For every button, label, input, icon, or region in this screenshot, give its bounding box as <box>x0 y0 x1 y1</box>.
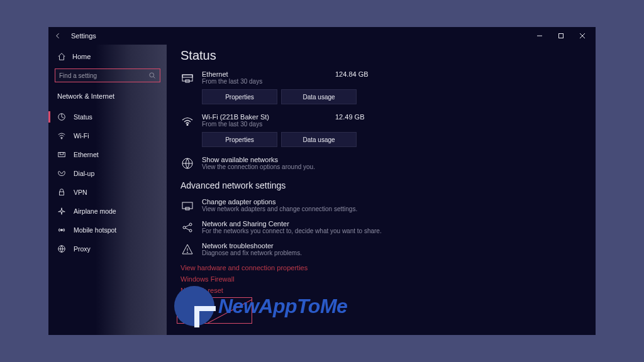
svg-point-14 <box>187 124 188 126</box>
search-icon <box>148 72 156 79</box>
link-network-reset[interactable]: Network reset <box>180 287 582 294</box>
link-hardware-properties[interactable]: View hardware and connection properties <box>180 264 582 272</box>
item-title: Change adapter options <box>202 198 357 206</box>
svg-point-2 <box>150 73 154 77</box>
adapter-icon <box>180 199 194 212</box>
sharing-icon <box>180 221 194 234</box>
svg-point-19 <box>189 223 192 226</box>
networks-icon <box>180 156 194 170</box>
window-title: Settings <box>71 32 96 40</box>
close-button[interactable] <box>572 27 593 45</box>
airplane-icon <box>57 207 66 216</box>
svg-rect-1 <box>559 34 564 38</box>
sidebar-item-label: Ethernet <box>74 151 99 158</box>
item-title: Show available networks <box>202 156 315 163</box>
sidebar-item-label: Status <box>74 113 92 121</box>
item-sub: Diagnose and fix network problems. <box>202 250 302 256</box>
svg-point-9 <box>61 229 63 231</box>
settings-window: Settings Home <box>48 27 596 335</box>
properties-button[interactable]: Properties <box>202 132 277 147</box>
svg-point-22 <box>187 252 187 253</box>
svg-point-18 <box>183 226 186 229</box>
vpn-icon <box>57 188 66 197</box>
sidebar: Home Network & Internet Status <box>48 45 167 335</box>
item-sub: View network adapters and change connect… <box>202 206 357 212</box>
main-content: Status Ethernet From the last 30 days 12… <box>167 45 596 335</box>
network-sharing-center[interactable]: Network and Sharing Center For the netwo… <box>180 220 582 234</box>
sidebar-home[interactable]: Home <box>48 48 167 65</box>
sidebar-item-ethernet[interactable]: Ethernet <box>48 145 167 164</box>
ethernet-icon <box>180 72 194 85</box>
connection-sub: From the last 30 days <box>202 121 328 128</box>
data-usage-button[interactable]: Data usage <box>281 132 357 147</box>
connection-value: 12.49 GB <box>335 113 364 121</box>
maximize-button[interactable] <box>550 27 572 45</box>
svg-line-3 <box>153 77 155 79</box>
search-input-wrap[interactable] <box>55 69 160 82</box>
sidebar-item-dialup[interactable]: Dial-up <box>48 164 167 183</box>
link-windows-firewall[interactable]: Windows Firewall <box>180 275 582 283</box>
sidebar-item-label: Airplane mode <box>74 207 116 215</box>
item-sub: View the connection options around you. <box>202 163 315 170</box>
connection-row: Wi-Fi (221B Baker St) From the last 30 d… <box>180 113 582 128</box>
properties-button[interactable]: Properties <box>202 89 277 104</box>
network-troubleshooter[interactable]: Network troubleshooter Diagnose and fix … <box>180 242 582 256</box>
ethernet-icon <box>57 150 66 159</box>
advanced-heading: Advanced network settings <box>180 180 582 190</box>
troubleshooter-icon <box>180 243 194 256</box>
sidebar-item-vpn[interactable]: VPN <box>48 183 167 202</box>
proxy-icon <box>57 244 66 253</box>
wifi-icon <box>57 131 66 140</box>
sidebar-item-status[interactable]: Status <box>48 107 167 126</box>
svg-point-5 <box>61 138 62 139</box>
sidebar-item-label: Proxy <box>74 245 91 253</box>
sidebar-item-airplane[interactable]: Airplane mode <box>48 202 167 221</box>
back-button[interactable] <box>51 29 65 43</box>
wifi-icon <box>180 114 194 128</box>
svg-rect-8 <box>60 192 64 195</box>
sidebar-item-label: Dial-up <box>74 170 94 177</box>
connection-value: 124.84 GB <box>335 70 369 78</box>
item-title: Network troubleshooter <box>202 242 302 250</box>
change-adapter-options[interactable]: Change adapter options View network adap… <box>180 198 582 212</box>
item-title: Network and Sharing Center <box>202 220 382 228</box>
search-input[interactable] <box>59 72 148 79</box>
sidebar-home-label: Home <box>72 53 91 60</box>
sidebar-section-title: Network & Internet <box>48 86 167 102</box>
show-available-networks[interactable]: Show available networks View the connect… <box>180 156 582 170</box>
svg-rect-7 <box>60 153 63 155</box>
hotspot-icon <box>57 226 66 234</box>
minimize-button[interactable] <box>529 27 550 45</box>
sidebar-item-proxy[interactable]: Proxy <box>48 239 167 258</box>
connection-row: Ethernet From the last 30 days 124.84 GB <box>180 70 582 85</box>
status-icon <box>57 112 66 121</box>
connection-name: Wi-Fi (221B Baker St) <box>202 113 328 121</box>
sidebar-item-label: Wi-Fi <box>74 132 89 140</box>
sidebar-item-hotspot[interactable]: Mobile hotspot <box>48 221 167 239</box>
sidebar-item-label: Mobile hotspot <box>74 226 116 234</box>
title-bar: Settings <box>48 27 596 45</box>
item-sub: For the networks you connect to, decide … <box>202 228 382 234</box>
page-heading: Status <box>180 48 582 63</box>
sidebar-item-wifi[interactable]: Wi-Fi <box>48 126 167 145</box>
sidebar-item-label: VPN <box>74 189 87 196</box>
svg-rect-12 <box>182 75 192 77</box>
home-icon <box>57 52 66 61</box>
connection-sub: From the last 30 days <box>202 78 328 85</box>
connection-name: Ethernet <box>202 70 328 78</box>
data-usage-button[interactable]: Data usage <box>281 89 357 104</box>
dialup-icon <box>57 169 66 178</box>
svg-point-20 <box>189 229 192 232</box>
